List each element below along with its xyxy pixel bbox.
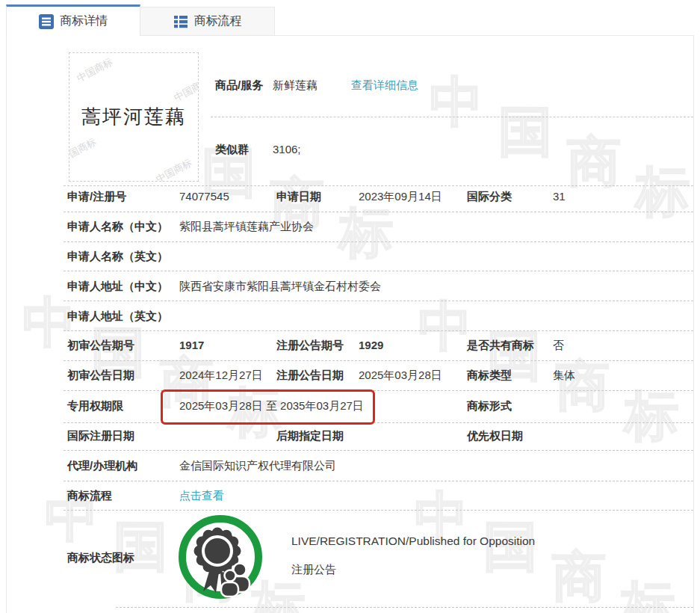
row-divider [64,241,693,242]
applicant-cn-label: 申请人名称（中文） [67,217,168,236]
address-cn-label: 申请人地址（中文） [67,277,168,296]
init-gazette-date-label: 初审公告日期 [67,366,134,385]
image-watermark-text: 中国商标 [154,156,194,182]
goods-value: 新鲜莲藕 [273,76,318,95]
app-date-value: 2023年09月14日 [359,187,442,206]
term-label: 专用权期限 [67,396,123,416]
agency-value: 金信国际知识产权代理有限公司 [179,456,336,475]
row-divider [64,481,693,481]
goods-label: 商品/服务 [215,76,263,95]
row-divider [116,607,693,608]
init-gazette-no-label: 初审公告期号 [67,336,134,355]
status-text-cn: 注册公告 [291,560,336,579]
row-divider [64,185,693,186]
trademark-detail-page: 中国商标中国商标中国商标中国商标中国商标中国商标 商标详情 商标流程 中国商标 … [0,0,700,613]
intl-class-label: 国际分类 [467,187,512,206]
term-highlight-box [161,389,375,425]
tab-trademark-detail[interactable]: 商标详情 [6,4,140,36]
tab-trademark-process[interactable]: 商标流程 [140,7,275,36]
mark-type-value: 集体 [553,366,575,385]
address-cn-value: 陕西省安康市紫阳县蒿坪镇金石村村委会 [179,277,381,296]
process-list-icon [173,14,188,29]
reg-gazette-no-label: 注册公告期号 [276,336,344,355]
reg-gazette-date-label: 注册公告日期 [276,366,344,385]
process-label: 商标流程 [67,486,112,505]
similar-group-value: 3106; [273,140,301,159]
row-divider [64,301,693,301]
row-divider [64,450,693,451]
image-watermark-text: 中国商标 [75,55,115,85]
agency-label: 代理/办理机构 [67,456,137,475]
status-badge [177,514,264,603]
app-number-label: 申请/注册号 [67,187,126,206]
detail-list-icon [39,14,54,29]
tab-label-process: 商标流程 [194,13,242,29]
reg-gazette-date-value: 2025年03月28日 [359,366,442,385]
later-designation-date-label: 后期指定日期 [276,426,344,446]
similar-group-label: 类似群 [215,140,249,159]
app-date-label: 申请日期 [276,187,321,206]
app-number-value: 74077545 [179,187,229,206]
row-divider [64,271,693,271]
row-divider [211,117,693,117]
status-text-en: LIVE/REGISTRATION/Published for Oppositi… [291,532,535,551]
row-divider [64,330,693,331]
row-divider [64,390,693,391]
row-divider [64,212,693,212]
priority-date-label: 优先权日期 [467,426,523,446]
shared-mark-label: 是否共有商标 [467,336,534,355]
address-en-label: 申请人地址（英文） [67,306,168,326]
row-divider [64,422,693,423]
init-gazette-no-value: 1917 [179,336,204,355]
process-view-link[interactable]: 点击查看 [179,486,224,505]
mark-type-label: 商标类型 [467,366,512,385]
trademark-image: 中国商标 中国商标 中国商标 中国商标 蒿坪河莲藕 [69,52,199,182]
applicant-cn-value: 紫阳县蒿坪镇莲藕产业协会 [179,217,314,236]
goods-detail-link[interactable]: 查看详细信息 [351,76,418,95]
shared-mark-value: 否 [553,336,564,355]
row-divider [64,510,693,511]
tab-label-detail: 商标详情 [60,13,108,29]
image-watermark-text: 中国商标 [172,75,199,105]
reg-gazette-no-value: 1929 [359,336,383,355]
registration-ribbon-icon [177,514,264,600]
applicant-en-label: 申请人名称（英文） [67,247,168,266]
image-watermark-text: 中国商标 [69,135,99,165]
intl-class-value: 31 [553,187,566,206]
row-divider [64,360,693,361]
status-icon-label: 商标状态图标 [67,548,134,567]
mark-form-label: 商标形式 [467,396,512,416]
trademark-name-text: 蒿坪河莲藕 [81,104,186,130]
init-gazette-date-value: 2024年12月27日 [179,366,263,385]
intl-reg-date-label: 国际注册日期 [67,426,134,446]
